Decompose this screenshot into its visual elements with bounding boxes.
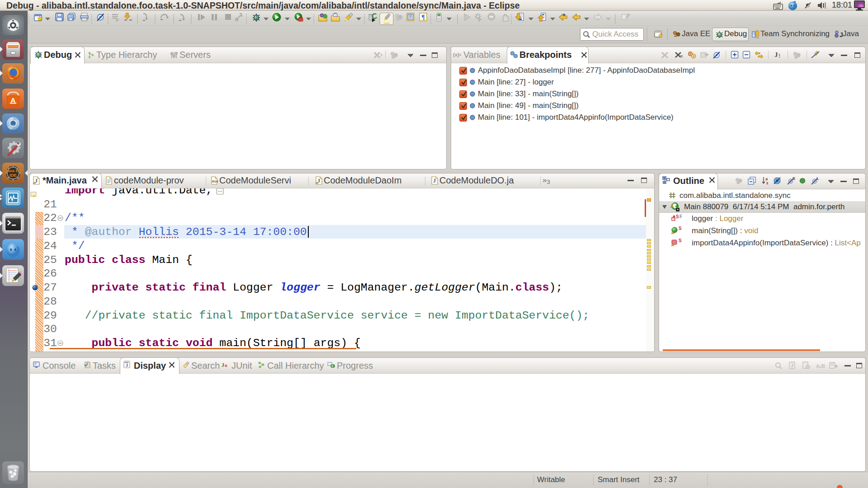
svg-text:xₓʦ: xₓʦ — [816, 362, 825, 369]
svg-text:J: J — [791, 363, 793, 368]
svg-text:J: J — [126, 363, 128, 368]
svg-text:S: S — [679, 226, 682, 231]
svg-text:!: ! — [671, 205, 672, 208]
svg-text:J: J — [433, 178, 436, 184]
svg-text:u: u — [225, 363, 227, 368]
svg-text:!: ! — [778, 52, 780, 59]
svg-text:010: 010 — [212, 180, 218, 183]
svg-text:J: J — [840, 31, 843, 38]
svg-text:F: F — [679, 215, 682, 219]
svg-text:S: S — [676, 215, 679, 219]
svg-text:(x)=: (x)= — [453, 52, 461, 57]
svg-text:¶: ¶ — [421, 14, 425, 21]
svg-text:J: J — [774, 51, 778, 58]
svg-text:J: J — [222, 362, 224, 368]
svg-text:S: S — [679, 239, 682, 243]
svg-text:z: z — [766, 180, 769, 185]
svg-text:IDE: IDE — [9, 173, 17, 178]
svg-text:A: A — [11, 96, 16, 104]
